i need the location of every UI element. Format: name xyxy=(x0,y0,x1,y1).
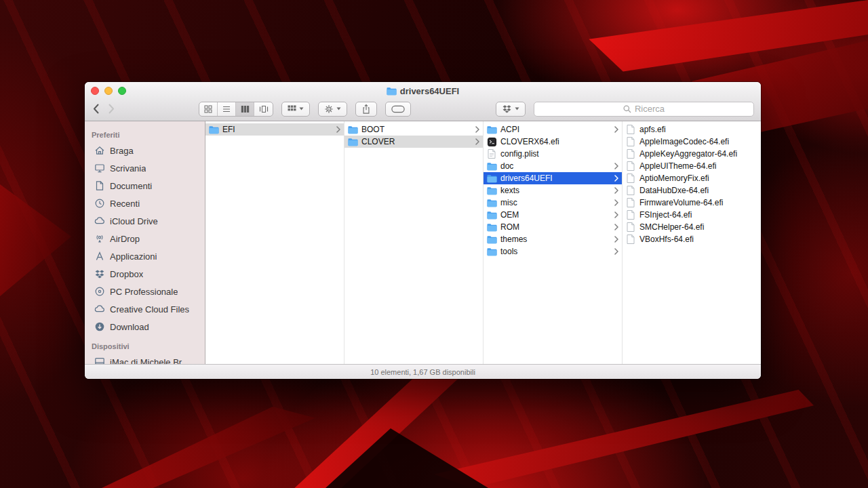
sidebar-item-imac-di-michele-br[interactable]: iMac di Michele Br... xyxy=(85,353,205,364)
disc-icon xyxy=(94,286,105,298)
status-bar: 10 elementi, 1,67 GB disponibili xyxy=(85,364,761,379)
item-themes[interactable]: themes xyxy=(484,233,622,245)
chevron-right-icon xyxy=(614,175,618,182)
folder-icon xyxy=(486,223,497,232)
item-efi[interactable]: EFI xyxy=(205,123,344,136)
download-icon xyxy=(94,321,105,333)
folder-icon xyxy=(486,186,497,195)
file-icon xyxy=(625,210,636,220)
sidebar-item-documenti[interactable]: Documenti xyxy=(85,177,205,195)
sidebar-item-creative-cloud-files[interactable]: Creative Cloud Files xyxy=(85,300,205,318)
sidebar-item-scrivania[interactable]: Scrivania xyxy=(85,159,205,177)
item-datahubdxe-64-efi[interactable]: DataHubDxe-64.efi xyxy=(623,184,761,197)
window-content: PreferitiBragaScrivaniaDocumentiRecentii… xyxy=(85,121,761,364)
item-fsinject-64-efi[interactable]: FSInject-64.efi xyxy=(623,209,761,221)
view-icons-button[interactable] xyxy=(199,102,218,116)
sidebar-item-label: AirDrop xyxy=(110,234,140,244)
sidebar-item-recenti[interactable]: Recenti xyxy=(85,195,205,212)
sidebar-section-dispositivi: Dispositivi xyxy=(85,342,205,353)
title-folder-icon xyxy=(387,87,397,96)
action-button[interactable] xyxy=(318,102,347,117)
item-acpi[interactable]: ACPI xyxy=(484,123,622,136)
item-label: misc xyxy=(500,198,611,207)
item-appleimagecodec-64-efi[interactable]: AppleImageCodec-64.efi xyxy=(623,136,761,148)
close-button[interactable] xyxy=(91,87,99,95)
folder-icon xyxy=(208,125,219,134)
sidebar-item-airdrop[interactable]: AirDrop xyxy=(85,230,205,247)
chevron-right-icon xyxy=(614,163,618,169)
item-rom[interactable]: ROM xyxy=(484,221,622,233)
share-icon xyxy=(361,104,371,115)
caret-down-icon xyxy=(299,107,304,110)
folder-icon xyxy=(486,235,497,244)
forward-button[interactable] xyxy=(108,104,115,114)
sidebar-item-pc-professionale[interactable]: PC Professionale xyxy=(85,283,205,300)
folder-icon xyxy=(486,125,497,134)
item-drivers64uefi[interactable]: drivers64UEFI xyxy=(484,172,622,184)
column-3: ACPICLOVERX64.eficonfig.plistdocdrivers6… xyxy=(484,121,623,364)
item-applekeyaggregator-64-efi[interactable]: AppleKeyAggregator-64.efi xyxy=(623,148,761,160)
cloud-icon xyxy=(94,304,105,315)
view-columns-button[interactable] xyxy=(236,102,254,116)
applications-icon xyxy=(94,251,105,262)
sidebar-item-label: Documenti xyxy=(110,181,152,191)
chevron-right-icon xyxy=(475,126,479,133)
item-boot[interactable]: BOOT xyxy=(344,123,483,136)
view-mode-control xyxy=(199,102,273,117)
tags-icon xyxy=(391,105,405,113)
item-kexts[interactable]: kexts xyxy=(484,184,622,197)
sidebar-item-label: Dropbox xyxy=(110,269,143,279)
sidebar-item-download[interactable]: Download xyxy=(85,318,205,336)
sidebar-item-label: iMac di Michele Br... xyxy=(110,357,189,365)
sidebar-item-braga[interactable]: Braga xyxy=(85,142,205,159)
item-config-plist[interactable]: config.plist xyxy=(484,148,622,160)
tags-button[interactable] xyxy=(385,102,411,117)
item-label: ACPI xyxy=(500,125,611,134)
traffic-lights xyxy=(91,87,126,95)
titlebar[interactable]: drivers64UEFI xyxy=(85,82,761,100)
columns-view-icon xyxy=(241,105,250,113)
item-label: AppleImageCodec-64.efi xyxy=(639,137,758,146)
view-coverflow-button[interactable] xyxy=(254,102,273,116)
chevron-left-icon xyxy=(94,105,98,113)
sidebar-item-dropbox[interactable]: Dropbox xyxy=(85,265,205,283)
item-oem[interactable]: OEM xyxy=(484,209,622,221)
item-cloverx64-efi[interactable]: CLOVERX64.efi xyxy=(484,136,622,148)
item-label: kexts xyxy=(500,186,611,195)
item-appleuitheme-64-efi[interactable]: AppleUITheme-64.efi xyxy=(623,160,761,172)
item-label: VBoxHfs-64.efi xyxy=(639,235,758,244)
item-smchelper-64-efi[interactable]: SMCHelper-64.efi xyxy=(623,221,761,233)
sidebar-item-icloud-drive[interactable]: iCloud Drive xyxy=(85,212,205,230)
item-tools[interactable]: tools xyxy=(484,245,622,258)
arrange-button[interactable] xyxy=(281,102,310,117)
item-vboxhfs-64-efi[interactable]: VBoxHfs-64.efi xyxy=(623,233,761,245)
item-label: config.plist xyxy=(500,149,619,159)
item-aptiomemoryfix-efi[interactable]: AptioMemoryFix.efi xyxy=(623,172,761,184)
columns-view: EFIBOOTCLOVERACPICLOVERX64.eficonfig.pli… xyxy=(205,121,761,364)
sidebar-item-label: Braga xyxy=(110,146,134,156)
file-icon xyxy=(625,235,636,244)
item-misc[interactable]: misc xyxy=(484,197,622,209)
window-title: drivers64UEFI xyxy=(400,86,459,96)
gear-icon xyxy=(324,104,334,114)
chevron-right-icon xyxy=(614,187,618,194)
column-4: apfs.efiAppleImageCodec-64.efiAppleKeyAg… xyxy=(623,121,761,364)
chevron-right-icon xyxy=(110,105,114,113)
back-button[interactable] xyxy=(93,104,99,114)
home-icon xyxy=(94,145,105,157)
view-list-button[interactable] xyxy=(218,102,236,116)
share-button[interactable] xyxy=(355,102,377,117)
minimize-button[interactable] xyxy=(104,87,113,95)
sidebar-item-applicazioni[interactable]: Applicazioni xyxy=(85,247,205,265)
item-apfs-efi[interactable]: apfs.efi xyxy=(623,123,761,136)
file-icon xyxy=(625,161,636,171)
zoom-button[interactable] xyxy=(118,87,126,95)
file-icon xyxy=(625,222,636,232)
item-clover[interactable]: CLOVER xyxy=(344,136,483,148)
search-field[interactable]: Ricerca xyxy=(534,102,754,117)
chevron-right-icon xyxy=(475,138,479,145)
dropbox-toolbar-button[interactable] xyxy=(496,102,526,117)
item-firmwarevolume-64-efi[interactable]: FirmwareVolume-64.efi xyxy=(623,197,761,209)
folder-icon xyxy=(486,174,497,183)
item-doc[interactable]: doc xyxy=(484,160,622,172)
